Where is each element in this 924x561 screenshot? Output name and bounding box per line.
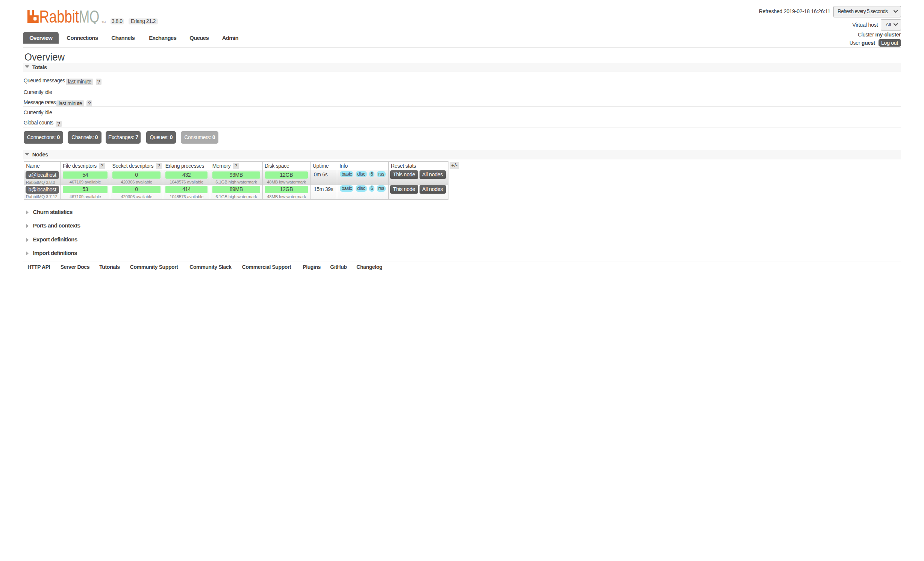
svg-text:MQ: MQ (79, 10, 99, 24)
svg-text:TM: TM (102, 21, 106, 24)
svg-text:Rabbit: Rabbit (39, 10, 79, 24)
